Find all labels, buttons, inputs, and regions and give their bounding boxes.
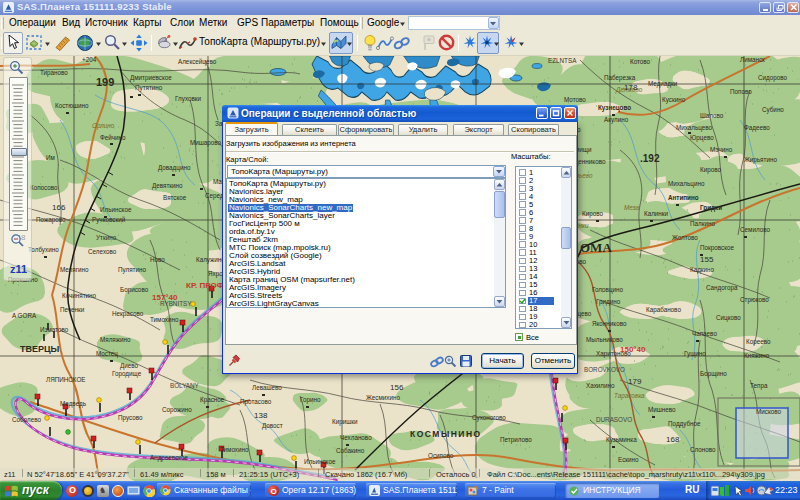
- svg-text:Соболево: Соболево: [12, 416, 41, 423]
- svg-text:Ильинское: Ильинское: [304, 458, 336, 465]
- svg-text:КР. ПРОФ.: КР. ПРОФ.: [186, 281, 226, 290]
- svg-text:Сидорово: Сидорово: [758, 74, 788, 82]
- svg-text:Тепра: Тепра: [750, 382, 768, 390]
- svg-text:Жесмихино: Жесмихино: [366, 394, 400, 401]
- svg-text:Фадеево: Фадеево: [744, 124, 770, 132]
- svg-text:Меза: Меза: [624, 204, 640, 211]
- svg-text:155: 155: [700, 255, 714, 264]
- svg-text:Вятское: Вятское: [163, 194, 187, 201]
- svg-text:Городище: Городище: [112, 370, 142, 378]
- svg-text:Прусово: Прусово: [118, 414, 143, 422]
- svg-text:.192: .192: [640, 153, 660, 164]
- svg-text:Медиадки: Медиадки: [648, 80, 678, 88]
- svg-text:Кускино: Кускино: [662, 96, 686, 104]
- svg-text:Княжино: Княжино: [744, 352, 770, 359]
- svg-text:Калужино: Калужино: [196, 256, 225, 264]
- svg-text:Михальцево: Михальцево: [676, 124, 713, 132]
- svg-text:Орлино: Орлино: [92, 122, 115, 130]
- svg-text:Шалово: Шалово: [700, 112, 724, 119]
- svg-text:Диево: Диево: [120, 362, 139, 370]
- svg-text:156: 156: [390, 383, 404, 392]
- svg-text:Костюшино: Костюшино: [55, 102, 89, 109]
- svg-text:Чехланово: Чехланово: [340, 434, 372, 441]
- svg-text:138: 138: [254, 411, 268, 420]
- svg-text:Калинки: Калинки: [644, 210, 669, 217]
- svg-text:Антипино: Антипино: [668, 194, 699, 201]
- svg-text:Поддубное: Поддубное: [668, 420, 701, 428]
- svg-text:Попово: Попово: [730, 88, 752, 95]
- svg-text:Палкино: Палкино: [690, 220, 715, 227]
- svg-text:Сицково: Сицково: [716, 314, 741, 322]
- svg-text:199: 199: [96, 76, 114, 88]
- svg-text:Глуховки: Глуховки: [175, 95, 202, 103]
- svg-text:A GORA: A GORA: [12, 312, 37, 319]
- svg-text:EZLNTSA: EZLNTSA: [548, 57, 577, 64]
- svg-text:Мисково: Мисково: [756, 408, 782, 415]
- svg-text:157°40: 157°40: [152, 293, 178, 302]
- svg-text:Борщино: Борщино: [700, 370, 727, 378]
- svg-text:Жолтово: Жолтово: [672, 234, 698, 241]
- svg-text:Лиманск: Лиманск: [740, 56, 765, 63]
- svg-text:Им: Им: [46, 154, 55, 161]
- svg-text:Киришки: Киришки: [332, 418, 358, 426]
- svg-text:Тираново: Тираново: [40, 69, 68, 77]
- svg-text:Семилово: Семилово: [740, 226, 770, 233]
- svg-text:179: 179: [628, 377, 642, 386]
- svg-text:Паберезка: Паберезка: [604, 74, 636, 82]
- svg-text:168: 168: [666, 435, 680, 444]
- svg-text:Сухоногово: Сухоногово: [472, 414, 506, 422]
- svg-text:Акулино: Акулино: [604, 116, 629, 124]
- svg-text:Мэчино: Мэчино: [710, 146, 733, 153]
- svg-text:150°40: 150°40: [620, 345, 646, 354]
- svg-text:Ручковский: Ручковский: [92, 216, 126, 224]
- svg-text:Хахилино: Хахилино: [586, 382, 615, 389]
- svg-text:BOROVKOVO: BOROVKOVO: [584, 366, 625, 373]
- svg-text:Тимохино: Тимохино: [150, 316, 179, 323]
- svg-text:Ильинское: Ильинское: [100, 206, 132, 213]
- svg-text:Мыльниково: Мыльниково: [586, 336, 623, 343]
- svg-text:Чапаево: Чапаево: [692, 330, 717, 337]
- svg-text:Покровское: Покровское: [700, 244, 735, 252]
- svg-text:Котово: Котово: [630, 58, 651, 65]
- svg-text:Карабаново: Карабаново: [646, 306, 681, 314]
- svg-text:Фейчино: Фейчино: [100, 134, 126, 141]
- svg-text:Горино: Горино: [300, 396, 321, 404]
- svg-text:Петрилово: Петрилово: [500, 436, 532, 444]
- svg-text:Тарасовка: Тарасовка: [614, 392, 645, 400]
- svg-text:Кузьминка: Кузьминка: [606, 436, 637, 444]
- svg-text:Сандогора: Сандогора: [706, 284, 738, 292]
- svg-text:Изматово: Изматово: [40, 326, 69, 333]
- svg-text:Андреевское: Андреевское: [150, 454, 189, 462]
- svg-text:Кадкино: Кадкино: [690, 266, 715, 274]
- svg-text:Кирово: Кирово: [582, 210, 603, 218]
- svg-text:Медведь: Медведь: [60, 400, 87, 408]
- svg-text:178: 178: [624, 83, 638, 92]
- svg-text:Алексейцево: Алексейцево: [178, 58, 217, 66]
- svg-text:Некрасово: Некрасово: [112, 310, 144, 318]
- svg-text:Протасово: Протасово: [240, 398, 272, 406]
- svg-text:BOLYANY: BOLYANY: [170, 382, 200, 389]
- svg-text:Мостец: Мостец: [96, 350, 118, 358]
- svg-text:Гридино: Гридино: [596, 298, 621, 306]
- svg-text:ОМА: ОМА: [580, 240, 612, 255]
- svg-text:Юрцево: Юрцево: [690, 134, 714, 142]
- svg-text:Гридки: Гридки: [700, 204, 722, 212]
- svg-text:Уткино: Уткино: [96, 234, 117, 241]
- svg-text:Мотово: Мотово: [564, 96, 586, 103]
- svg-text:Довадцино: Довадцино: [158, 164, 191, 172]
- svg-text:ЛЯПИНСКОЕ: ЛЯПИНСКОЕ: [46, 376, 86, 383]
- svg-text:166: 166: [52, 203, 66, 212]
- svg-text:Головцино: Головцино: [592, 286, 624, 294]
- svg-text:Селехово: Селехово: [88, 248, 117, 255]
- svg-text:Печенки: Печенки: [60, 306, 85, 313]
- svg-text:Ескино: Ескино: [618, 456, 639, 463]
- svg-text:Стрюково: Стрюково: [740, 296, 769, 304]
- svg-text:Слоново: Слоново: [690, 446, 716, 453]
- svg-text:Кореево: Кореево: [746, 338, 771, 346]
- svg-text:Собакино: Собакино: [336, 447, 365, 454]
- svg-text:Жирьятино: Жирьятино: [744, 156, 777, 164]
- svg-text:+204: +204: [82, 56, 97, 63]
- svg-text:Мишнево: Мишнево: [648, 406, 676, 413]
- svg-text:КОСМЫНИНО: КОСМЫНИНО: [410, 429, 482, 439]
- svg-text:Копосово: Копосово: [30, 184, 58, 191]
